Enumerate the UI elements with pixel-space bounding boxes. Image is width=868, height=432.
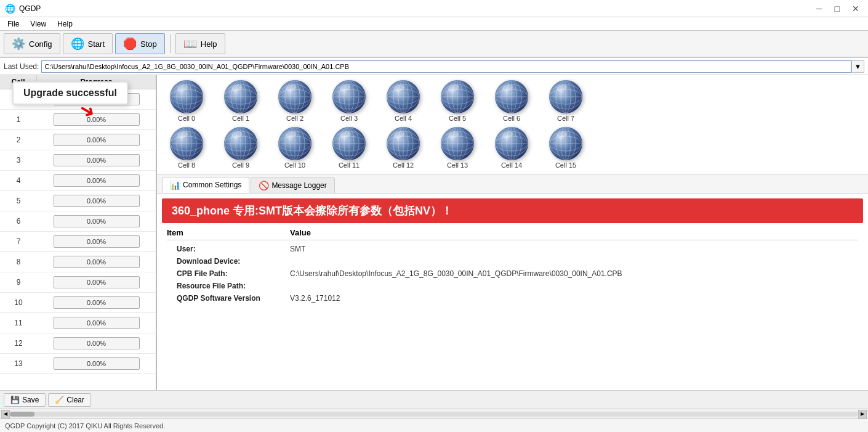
menu-help[interactable]: Help: [52, 18, 78, 30]
close-button[interactable]: ✕: [848, 2, 863, 15]
settings-value: C:\Users\rahul\Desktop\Infocus_A2_1G_8G_…: [290, 269, 622, 278]
cell-label: Cell 8: [178, 161, 195, 169]
tab-common-settings[interactable]: 📊 Common Settings: [162, 177, 249, 193]
globe-lines-svg: [495, 127, 528, 160]
cell-row[interactable]: 12 0.00%: [0, 333, 156, 354]
cell-item[interactable]: Cell 7: [541, 80, 590, 122]
cell-item[interactable]: Cell 13: [433, 127, 482, 169]
cell-row[interactable]: 7 0.00%: [0, 232, 156, 252]
cell-progress-wrap: 0.00%: [37, 337, 156, 349]
save-button[interactable]: 💾 Save: [4, 393, 46, 407]
cell-row[interactable]: 13 0.00%: [0, 354, 156, 374]
cell-progress-bar: 0.00%: [54, 235, 140, 248]
cell-item[interactable]: Cell 3: [324, 80, 374, 122]
settings-value: SMT: [290, 245, 305, 253]
cell-row[interactable]: 4 0.00%: [0, 171, 156, 191]
cell-progress-wrap: 0.00%: [37, 215, 156, 227]
menu-view[interactable]: View: [25, 18, 51, 30]
settings-table: Item Value User: SMT Download Device: CP…: [167, 228, 858, 304]
cell-progress-wrap: 0.00%: [37, 113, 156, 126]
cell-item[interactable]: Cell 9: [216, 127, 265, 169]
cell-row[interactable]: 9 0.00%: [0, 272, 156, 293]
tab-message-logger[interactable]: 🚫 Message Logger: [251, 177, 334, 193]
cell-item[interactable]: Cell 0: [162, 80, 211, 122]
clear-button[interactable]: 🧹 Clear: [48, 393, 91, 407]
cell-item[interactable]: Cell 2: [270, 80, 319, 122]
globe-lines-svg: [278, 127, 311, 160]
scroll-right-button[interactable]: ▶: [858, 410, 867, 418]
cell-item[interactable]: Cell 10: [270, 127, 319, 169]
cell-item[interactable]: Cell 1: [216, 80, 265, 122]
start-button[interactable]: 🌐 Start: [63, 33, 113, 54]
title-bar-left: 🌐 QGDP: [5, 4, 41, 14]
cell-row[interactable]: 6 0.00%: [0, 211, 156, 232]
globe-lines-svg: [332, 127, 366, 160]
cell-globe: [387, 127, 420, 160]
horizontal-scrollbar[interactable]: ◀ ▶: [0, 409, 868, 418]
settings-row: Download Device:: [167, 255, 858, 267]
cell-row[interactable]: 3 0.00%: [0, 150, 156, 171]
cell-row[interactable]: 8 0.00%: [0, 252, 156, 272]
app-title: QGDP: [19, 4, 41, 13]
clear-icon: 🧹: [55, 396, 64, 404]
globe-lines-svg: [387, 127, 420, 160]
cell-globe: [332, 127, 366, 160]
scroll-track[interactable]: [10, 412, 858, 417]
cell-item[interactable]: Cell 11: [324, 127, 374, 169]
settings-header-row: Item Value: [167, 228, 858, 240]
upgrade-tooltip: Upgrade successful: [12, 81, 128, 105]
config-label: Config: [29, 39, 52, 49]
cell-item[interactable]: Cell 12: [379, 127, 428, 169]
cell-grid-row-2: Cell 8 Cell 9: [162, 127, 863, 169]
cell-item[interactable]: Cell 8: [162, 127, 211, 169]
cell-label: Cell 9: [232, 161, 249, 169]
cell-row[interactable]: 2 0.00%: [0, 130, 156, 150]
cell-row[interactable]: 5 0.00%: [0, 191, 156, 211]
path-input[interactable]: [41, 60, 851, 73]
cell-progress-bar: 0.00%: [54, 154, 140, 166]
settings-col-item: Item: [167, 228, 290, 237]
help-label: Help: [201, 39, 217, 49]
cell-row[interactable]: 10 0.00%: [0, 293, 156, 313]
settings-key: QGDP Software Version: [167, 294, 290, 303]
scroll-thumb[interactable]: [10, 412, 34, 417]
cell-globe: [495, 127, 528, 160]
right-scroll-area[interactable]: 360_phone 专用:SMT版本会擦除所有参数（包括NV）！ Item Va…: [157, 194, 868, 390]
cell-label: Cell 12: [393, 161, 414, 169]
settings-key: User:: [167, 245, 290, 253]
title-bar: 🌐 QGDP ─ □ ✕: [0, 0, 868, 17]
globe-lines-svg: [224, 127, 257, 160]
cell-item[interactable]: Cell 5: [433, 80, 482, 122]
cell-item[interactable]: Cell 4: [379, 80, 428, 122]
help-button[interactable]: 📖 Help: [175, 33, 225, 54]
right-panel: Cell 0 Cell 1: [157, 75, 868, 390]
settings-col-value: Value: [290, 228, 311, 237]
path-dropdown-button[interactable]: ▼: [851, 60, 864, 73]
cell-list[interactable]: 0 0.00% 1 0.00% 2 0.00% 3 0.00% 4 0.00% …: [0, 89, 156, 390]
settings-rows: User: SMT Download Device: CPB File Path…: [167, 243, 858, 304]
cell-globe: [495, 80, 528, 113]
scroll-left-button[interactable]: ◀: [1, 410, 10, 418]
cell-label: Cell 15: [555, 161, 576, 169]
cell-progress-wrap: 0.00%: [37, 357, 156, 370]
cell-row[interactable]: 11 0.00%: [0, 313, 156, 333]
cell-label: Cell 14: [501, 161, 522, 169]
menu-file[interactable]: File: [2, 18, 24, 30]
cell-item[interactable]: Cell 14: [487, 127, 536, 169]
toolbar: ⚙️ Config 🌐 Start 🛑 Stop 📖 Help: [0, 31, 868, 58]
maximize-button[interactable]: □: [831, 2, 843, 15]
globe-lines-svg: [170, 80, 203, 113]
minimize-button[interactable]: ─: [813, 2, 826, 15]
config-button[interactable]: ⚙️ Config: [4, 33, 60, 54]
cell-progress-bar: 0.00%: [54, 337, 140, 349]
cell-progress-bar: 0.00%: [54, 256, 140, 268]
cell-globe: [441, 127, 474, 160]
cell-number: 11: [0, 319, 37, 327]
save-label: Save: [22, 396, 39, 404]
cell-number: 2: [0, 136, 37, 144]
config-icon: ⚙️: [12, 37, 25, 51]
cell-item[interactable]: Cell 15: [541, 127, 590, 169]
stop-button[interactable]: 🛑 Stop: [115, 33, 165, 54]
cell-item[interactable]: Cell 6: [487, 80, 536, 122]
cell-progress-wrap: 0.00%: [37, 154, 156, 166]
